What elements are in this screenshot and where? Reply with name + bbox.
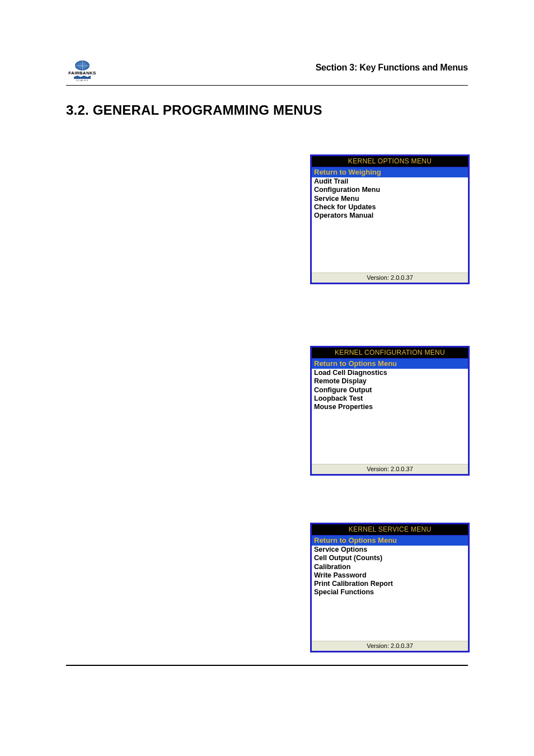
menu-item[interactable]: Configuration Menu [314,186,466,194]
menu-item[interactable]: Print Calibration Report [314,580,466,588]
menu-item[interactable]: Special Functions [314,588,466,597]
menu-item[interactable]: Operators Manual [314,212,466,220]
brand-subtext: SCALES [66,79,99,82]
menu-item[interactable]: Service Options [314,546,466,554]
menu-item[interactable]: Write Password [314,571,466,580]
menu-title: KERNEL OPTIONS MENU [312,156,468,167]
menu-title: KERNEL CONFIGURATION MENU [312,348,468,358]
kernel-options-menu: KERNEL OPTIONS MENU Return to Weighing A… [310,154,470,284]
kernel-configuration-menu: KERNEL CONFIGURATION MENU Return to Opti… [310,346,470,476]
menu-item[interactable]: Audit Trail [314,177,466,186]
globe-icon [75,60,90,71]
menu-item[interactable]: Loopback Test [314,395,466,403]
menu-item-selected[interactable]: Return to Options Menu [312,535,468,546]
brand-logo: FAIRBANKS SCALES [66,60,99,84]
kernel-service-menu: KERNEL SERVICE MENU Return to Options Me… [310,523,470,652]
brand-name: FAIRBANKS [66,71,99,76]
menu-item[interactable]: Configure Output [314,386,466,395]
menu-items: Audit Trail Configuration Menu Service M… [312,177,468,273]
menu-item-selected[interactable]: Return to Options Menu [312,358,468,369]
menu-version: Version: 2.0.0.37 [312,273,468,283]
menu-version: Version: 2.0.0.37 [312,464,468,474]
wave-icon [74,76,91,79]
section-label: Section 3: Key Functions and Menus [316,60,468,73]
menu-title: KERNEL SERVICE MENU [312,524,468,535]
menu-item[interactable]: Service Menu [314,195,466,203]
menu-item[interactable]: Check for Updates [314,203,466,212]
menu-item[interactable]: Mouse Properties [314,403,466,411]
page-header: FAIRBANKS SCALES Section 3: Key Function… [66,60,468,86]
section-heading: 3.2. GENERAL PROGRAMMING MENUS [66,102,322,118]
menu-item[interactable]: Remote Display [314,377,466,386]
menu-version: Version: 2.0.0.37 [312,641,468,651]
menu-items: Load Cell Diagnostics Remote Display Con… [312,369,468,464]
menu-item[interactable]: Calibration [314,563,466,571]
menu-items: Service Options Cell Output (Counts) Cal… [312,546,468,641]
menu-item[interactable]: Load Cell Diagnostics [314,369,466,377]
menu-item-selected[interactable]: Return to Weighing [312,167,468,177]
footer-divider [66,665,468,666]
menu-item[interactable]: Cell Output (Counts) [314,554,466,562]
